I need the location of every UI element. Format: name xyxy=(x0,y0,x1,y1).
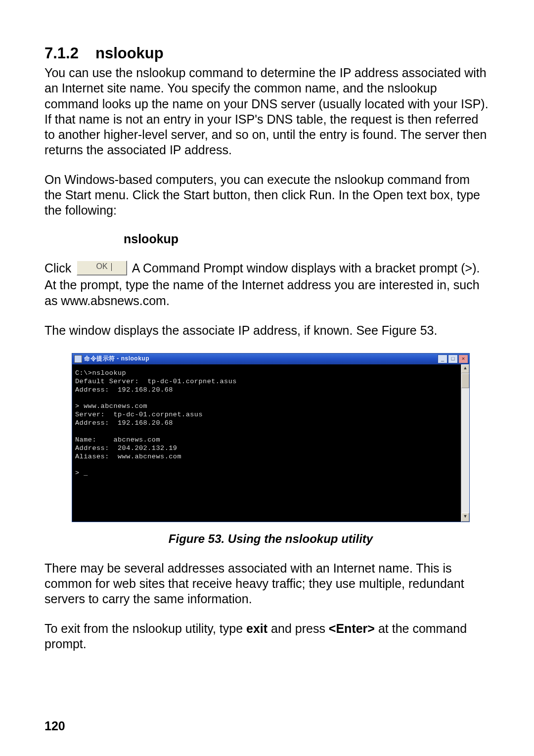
section-title: nslookup xyxy=(95,44,164,62)
terminal-output: C:\>nslookup Default Server: tp-dc-01.co… xyxy=(72,364,461,522)
scroll-up-button[interactable]: ▲ xyxy=(461,364,469,373)
titlebar-left: 命令提示符 - nslookup xyxy=(74,355,149,363)
ok-button-graphic: OK xyxy=(77,261,127,275)
page-number: 120 xyxy=(44,719,65,733)
paragraph-click-ok: Click OK A Command Prompt window display… xyxy=(44,260,490,309)
window-body: C:\>nslookup Default Server: tp-dc-01.co… xyxy=(72,364,469,522)
scrollbar-top-group: ▲ xyxy=(461,364,469,388)
figure-caption: Figure 53. Using the nslookup utility xyxy=(72,532,470,546)
exit-key: <Enter> xyxy=(329,622,375,635)
section-heading: 7.1.2nslookup xyxy=(44,44,490,62)
window-title: 命令提示符 - nslookup xyxy=(84,355,149,363)
exit-prefix: To exit from the nslookup utility, type xyxy=(44,622,246,635)
paragraph-result: The window displays the associate IP add… xyxy=(44,323,490,338)
vertical-scrollbar[interactable]: ▲ ▼ xyxy=(461,364,469,522)
scroll-track[interactable] xyxy=(461,388,469,513)
paragraph-windows: On Windows-based computers, you can exec… xyxy=(44,172,490,219)
document-page: 7.1.2nslookup You can use the nslookup c… xyxy=(0,0,534,756)
command-prompt-window: 命令提示符 - nslookup _ □ × C:\>nslookup Defa… xyxy=(72,353,470,522)
window-controls: _ □ × xyxy=(438,355,468,363)
close-button[interactable]: × xyxy=(458,355,468,363)
click-prefix: Click xyxy=(44,261,71,275)
paragraph-multiple-addresses: There may be several addresses associate… xyxy=(44,561,490,607)
minimize-button[interactable]: _ xyxy=(438,355,447,363)
figure-53: 命令提示符 - nslookup _ □ × C:\>nslookup Defa… xyxy=(72,353,470,546)
section-number: 7.1.2 xyxy=(44,44,79,62)
maximize-button[interactable]: □ xyxy=(448,355,458,363)
paragraph-exit: To exit from the nslookup utility, type … xyxy=(44,621,490,652)
scroll-thumb[interactable] xyxy=(461,373,469,388)
exit-command: exit xyxy=(246,622,267,635)
command-to-type: nslookup xyxy=(44,232,490,246)
paragraph-intro: You can use the nslookup command to dete… xyxy=(44,65,490,158)
exit-mid: and press xyxy=(267,622,329,635)
cmd-icon xyxy=(74,355,82,363)
scroll-down-button[interactable]: ▼ xyxy=(461,513,469,522)
window-titlebar: 命令提示符 - nslookup _ □ × xyxy=(72,354,469,364)
